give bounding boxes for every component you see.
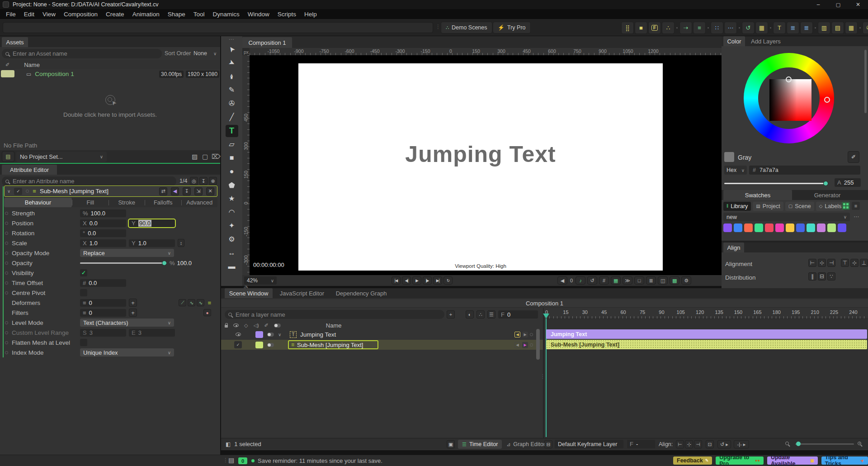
step-back-button[interactable]: ◀| xyxy=(402,276,411,285)
solo-icon[interactable]: ◀ xyxy=(171,187,179,195)
swatch-chip-11[interactable] xyxy=(838,223,846,232)
layer-toggle-icon[interactable] xyxy=(267,343,274,347)
distribute-scatter-button[interactable]: ∵ xyxy=(827,272,835,281)
value-field[interactable]: S3 xyxy=(80,329,126,337)
labels-button[interactable]: ◇Labels xyxy=(816,202,845,211)
menu-create[interactable]: Create xyxy=(102,9,128,19)
sparkle-tool[interactable]: ✦ xyxy=(221,219,242,233)
ellipsis-icon[interactable]: ⋯ xyxy=(724,22,737,34)
swatch-chip-10[interactable] xyxy=(827,223,836,232)
grid-cells-icon[interactable]: ▦ xyxy=(845,22,858,34)
pin-search-icon[interactable]: ↧ xyxy=(199,177,208,185)
keyframe-dot-icon[interactable] xyxy=(5,351,8,354)
bounds-icon[interactable]: □ xyxy=(634,276,644,285)
scene-button[interactable]: ▢Scene xyxy=(785,202,814,211)
lock-column-icon[interactable] xyxy=(225,325,228,328)
swatch-chip-5[interactable] xyxy=(775,223,784,232)
motion-trail-icon[interactable]: ∴ xyxy=(476,310,485,319)
menu-tool[interactable]: Tool xyxy=(189,9,209,19)
next-keyframe-icon[interactable]: ▶ xyxy=(522,332,528,338)
tab-generator[interactable]: Generator xyxy=(793,190,862,200)
swatch-chip-6[interactable] xyxy=(786,223,794,232)
upgrade-pro-button[interactable]: Upgrade to Pro●● xyxy=(716,456,764,465)
close-icon[interactable]: ✕ xyxy=(206,187,214,195)
menu-animation[interactable]: Animation xyxy=(128,9,164,19)
tab-javascript-editor[interactable]: JavaScript Editor xyxy=(274,288,330,298)
keyframe-dot-icon[interactable] xyxy=(5,291,8,295)
layer-name-cell[interactable]: ≡Sub-Mesh [Jumping Text] xyxy=(288,340,378,349)
eyedropper-button[interactable]: ✐ xyxy=(848,151,859,163)
tab-dependency-graph[interactable]: Dependency Graph xyxy=(331,288,391,298)
enabled-check-icon[interactable]: ✓ xyxy=(14,188,22,195)
step-forward-button[interactable]: |▶ xyxy=(423,276,432,285)
grid-icon[interactable]: # xyxy=(599,276,609,285)
align-right-button[interactable]: ⊣ xyxy=(827,259,835,267)
stagger-alt-icon[interactable]: ≣ xyxy=(800,22,813,34)
connector-tool[interactable]: ↔ xyxy=(221,246,242,260)
duplicator-icon[interactable]: ∷ xyxy=(711,22,723,34)
ease-menu-icon[interactable]: ↺ ▸ xyxy=(717,440,731,448)
timeline-zoom-slider[interactable] xyxy=(795,443,854,445)
rectangle-tool[interactable]: ■ xyxy=(221,151,242,165)
tools-drag-handle[interactable]: ⋯ xyxy=(221,36,242,43)
alpha-slider[interactable] xyxy=(724,181,827,186)
align-left-button[interactable]: ⊢ xyxy=(808,259,816,267)
keyframe-dot-icon[interactable] xyxy=(5,281,8,285)
attr-tab-fill[interactable]: Fill xyxy=(72,198,108,207)
text-path-icon[interactable]: T xyxy=(773,22,786,34)
cache-icon[interactable]: ◀ xyxy=(557,276,567,285)
layer-toggle-icon[interactable] xyxy=(267,333,274,337)
project-folder-button[interactable]: ▤ xyxy=(2,151,14,162)
alpha-field[interactable]: A 255 xyxy=(835,178,861,187)
tab-scene-window[interactable]: Scene Window xyxy=(225,288,273,298)
pencil-tool[interactable]: ✎ xyxy=(221,83,242,97)
viewport-settings-icon[interactable]: ⚙ xyxy=(681,276,691,285)
sv-selector[interactable] xyxy=(786,76,792,82)
record-icon[interactable]: ● xyxy=(203,309,211,316)
current-color-swatch[interactable] xyxy=(724,152,734,162)
rows-icon[interactable]: ▤ xyxy=(831,22,844,34)
checkbox-checked[interactable]: ✓ xyxy=(80,269,87,276)
layer-visible-icon[interactable] xyxy=(236,333,241,336)
swatch-chip-2[interactable] xyxy=(744,223,753,232)
layout-grid-icon[interactable]: ⣿ xyxy=(621,22,634,34)
wave-curve-icon[interactable]: ∿ xyxy=(197,299,204,306)
linear-graph-icon[interactable]: ⟋ xyxy=(179,299,186,306)
keyframe-dot-icon[interactable] xyxy=(5,222,8,225)
swatch-chip-8[interactable] xyxy=(807,223,815,232)
align-middle-v-button[interactable]: ⊹ xyxy=(850,259,859,267)
layer-color-chip[interactable] xyxy=(255,342,263,348)
keyframe-dot-icon[interactable] xyxy=(5,212,8,215)
hex-value-field[interactable]: # 7a7a7a xyxy=(749,166,860,175)
zoom-out-icon[interactable] xyxy=(785,442,789,445)
import-hint[interactable]: Double click here to import Assets. xyxy=(0,111,220,118)
prev-keyframe-icon[interactable]: ◀ xyxy=(514,332,520,338)
line-tool[interactable]: ╱ xyxy=(221,110,242,124)
filmstrip-icon[interactable]: ▦ xyxy=(755,22,768,34)
opacity-slider[interactable] xyxy=(80,260,167,266)
collapse-chevron-icon[interactable]: ∨ xyxy=(7,189,10,194)
swatch-chip-9[interactable] xyxy=(817,223,826,232)
minimize-button[interactable]: – xyxy=(808,0,828,9)
keyframe-dot-icon[interactable] xyxy=(5,331,8,334)
skip-end-button[interactable]: ▶| xyxy=(433,276,442,285)
script-launcher-field[interactable] xyxy=(3,22,433,33)
playhead[interactable] xyxy=(543,314,549,319)
list-menu-icon[interactable]: ≡ xyxy=(208,300,211,306)
picker-column-icon[interactable]: ✐ xyxy=(264,323,269,328)
try-pro-button[interactable]: ⚡ Try Pro xyxy=(493,22,531,33)
update-available-button[interactable]: Update Available▣ xyxy=(767,456,818,465)
slider-knob[interactable] xyxy=(162,261,167,266)
arc-tool[interactable]: ◠ xyxy=(221,205,242,219)
split-view-icon[interactable]: ◫ xyxy=(658,276,668,285)
tips-tricks-button[interactable]: Tips and Tricks➤ xyxy=(821,456,868,465)
transform-box-tool[interactable]: ▱ xyxy=(221,138,242,151)
timeline-zoom-knob[interactable] xyxy=(796,442,801,446)
layer-list-scrollbar[interactable] xyxy=(536,329,540,360)
zoom-level-dropdown[interactable]: 42% ∨ xyxy=(244,276,277,285)
timeline-ruler[interactable]: 0153045607590105120135150165180195210225… xyxy=(544,308,868,319)
guides-icon[interactable]: ▦ xyxy=(611,276,621,285)
open-folder-icon[interactable]: ▨ xyxy=(192,153,198,160)
keyframe-circle-icon[interactable] xyxy=(26,190,29,193)
layer-search-input[interactable] xyxy=(235,311,441,319)
